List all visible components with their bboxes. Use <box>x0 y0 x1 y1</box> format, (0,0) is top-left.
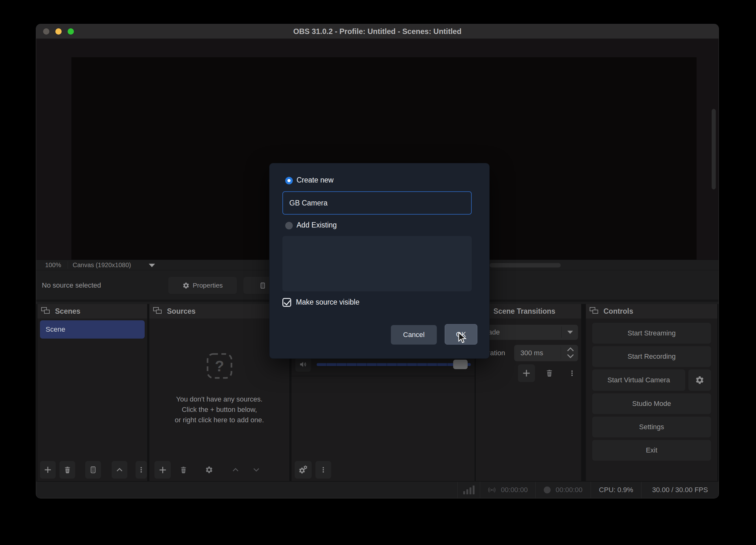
sources-dock-header[interactable]: Sources <box>149 304 289 319</box>
scenes-more-button[interactable] <box>136 461 147 479</box>
transitions-dock-header[interactable]: Scene Transitions <box>476 304 581 319</box>
sources-empty-line1: You don't have any sources. <box>176 394 263 404</box>
obs-window: OBS 31.0.2 - Profile: Untitled - Scenes:… <box>36 24 719 498</box>
scene-list-item[interactable]: Scene <box>40 320 145 339</box>
mouse-cursor-icon <box>458 332 468 344</box>
svg-text:?: ? <box>215 358 224 375</box>
source-name-input[interactable] <box>282 191 472 214</box>
controls-dock-title: Controls <box>603 307 633 316</box>
zoom-window-button[interactable] <box>68 28 74 35</box>
transition-select[interactable]: Fade <box>479 325 578 340</box>
mixer-more-button[interactable] <box>315 461 331 479</box>
mixer-separator <box>292 376 475 376</box>
transitions-toolbar <box>476 364 581 384</box>
titlebar[interactable]: OBS 31.0.2 - Profile: Untitled - Scenes:… <box>36 24 719 39</box>
create-new-radio[interactable] <box>285 177 293 184</box>
sources-empty-line3: or right click here to add one. <box>175 415 264 425</box>
broadcast-icon <box>488 486 496 494</box>
scenes-dock-header[interactable]: Scenes <box>37 304 147 319</box>
preview-zoom-level[interactable]: 100% <box>41 260 66 270</box>
record-time: 00:00:00 <box>556 486 583 494</box>
sources-dock-toolbar <box>149 459 289 481</box>
start-recording-button[interactable]: Start Recording <box>592 346 711 367</box>
start-streaming-button[interactable]: Start Streaming <box>592 323 711 344</box>
signal-bars-icon <box>463 486 475 494</box>
scenes-dock: Scenes Scene <box>37 304 147 481</box>
remove-source-button[interactable] <box>176 461 191 479</box>
combo-divider <box>561 327 562 338</box>
speaker-icon[interactable] <box>295 357 311 372</box>
scenes-dock-toolbar <box>37 459 147 481</box>
status-bar: 00:00:00 00:00:00 CPU: 0.9% 30.00 / 30.0… <box>36 481 719 498</box>
cpu-usage-cell: CPU: 0.9% <box>591 482 641 498</box>
fps-value: 30.00 / 30.00 FPS <box>652 486 708 494</box>
close-window-button <box>43 28 49 35</box>
duration-value: 300 ms <box>520 349 543 357</box>
studio-mode-button[interactable]: Studio Mode <box>592 393 711 414</box>
mixer-volume-row <box>292 357 475 372</box>
move-source-down-button[interactable] <box>249 461 264 479</box>
add-existing-radio[interactable] <box>285 222 293 229</box>
scenes-dock-title: Scenes <box>55 307 81 316</box>
add-transition-button[interactable] <box>518 364 535 382</box>
canvas-resolution-label[interactable]: Canvas (1920x1080) <box>73 260 131 270</box>
add-existing-label: Add Existing <box>297 221 337 229</box>
virtual-camera-config-button[interactable] <box>688 370 711 391</box>
spin-divider <box>561 347 561 359</box>
connection-status-cell <box>457 482 480 498</box>
scene-transitions-dock: Scene Transitions Fade Duration 300 ms <box>476 304 581 481</box>
minimize-window-button[interactable] <box>55 28 62 35</box>
window-title: OBS 31.0.2 - Profile: Untitled - Scenes:… <box>293 27 462 36</box>
preview-horizontal-scrollbar[interactable] <box>490 263 561 267</box>
stream-time: 00:00:00 <box>501 486 528 494</box>
preview-vertical-scrollbar[interactable] <box>712 109 716 189</box>
make-source-visible-checkbox[interactable] <box>282 298 291 307</box>
properties-button[interactable]: Properties <box>168 277 237 294</box>
exit-button[interactable]: Exit <box>592 440 711 461</box>
no-source-selected-label: No source selected <box>42 271 101 300</box>
remove-transition-button[interactable] <box>542 364 557 382</box>
scene-item-label: Scene <box>46 325 65 334</box>
record-icon <box>544 487 551 493</box>
move-scene-up-button[interactable] <box>112 461 127 479</box>
panes-icon <box>590 307 599 315</box>
panes-icon <box>153 307 163 315</box>
properties-button-label: Properties <box>193 282 223 289</box>
source-properties-button[interactable] <box>202 461 217 479</box>
chevron-down-icon <box>567 331 573 334</box>
spin-down-icon[interactable] <box>566 353 575 359</box>
mixer-dock-toolbar <box>292 459 475 481</box>
cancel-button[interactable]: Cancel <box>391 325 437 345</box>
add-source-button[interactable] <box>154 461 171 479</box>
settings-button[interactable]: Settings <box>592 417 711 437</box>
mixer-settings-button[interactable] <box>295 461 312 479</box>
spin-up-icon[interactable] <box>566 346 575 353</box>
sources-dock: Sources ? You don't have any sources. Cl… <box>149 304 289 481</box>
stream-time-cell: 00:00:00 <box>480 482 535 498</box>
transitions-dock-title: Scene Transitions <box>493 307 555 316</box>
question-mark-icon: ? <box>206 353 233 380</box>
gear-icon <box>182 282 190 289</box>
sources-empty-state[interactable]: ? You don't have any sources. Click the … <box>149 319 289 459</box>
record-time-cell: 00:00:00 <box>535 482 591 498</box>
filters-icon <box>259 282 266 289</box>
strip-divider <box>68 261 68 269</box>
controls-dock-header[interactable]: Controls <box>586 304 717 319</box>
volume-slider-handle[interactable] <box>453 360 468 369</box>
start-virtual-camera-button[interactable]: Start Virtual Camera <box>592 370 685 391</box>
transitions-more-button[interactable] <box>565 364 579 382</box>
sources-empty-line2: Click the + button below, <box>182 404 257 415</box>
remove-scene-button[interactable] <box>59 461 75 479</box>
duration-spinbox[interactable]: 300 ms <box>514 345 578 361</box>
cpu-usage: CPU: 0.9% <box>599 486 633 494</box>
add-scene-button[interactable] <box>40 461 56 479</box>
volume-slider-track[interactable] <box>317 363 471 366</box>
controls-dock: Controls Start Streaming Start Recording… <box>586 304 717 481</box>
desktop-background: OBS 31.0.2 - Profile: Untitled - Scenes:… <box>0 0 756 545</box>
scene-filters-button[interactable] <box>85 461 101 479</box>
move-source-up-button[interactable] <box>228 461 243 479</box>
existing-sources-list[interactable] <box>282 236 472 292</box>
create-new-label: Create new <box>297 176 334 184</box>
fps-cell: 30.00 / 30.00 FPS <box>641 482 719 498</box>
canvas-dropdown-icon[interactable] <box>149 264 155 267</box>
